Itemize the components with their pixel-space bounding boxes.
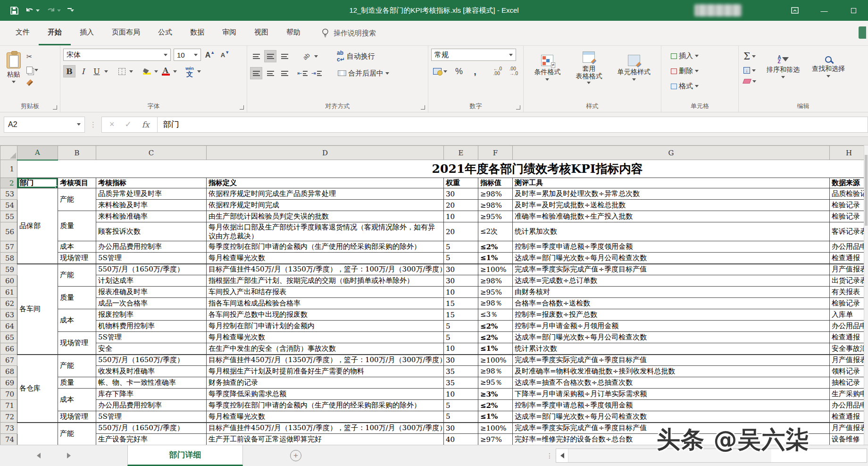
item-cell[interactable]: 现场管理	[58, 253, 96, 264]
paste-dropdown-icon[interactable]	[12, 81, 16, 83]
source-cell[interactable]: 出货记录表	[830, 275, 868, 287]
ribbon-tab-文件[interactable]: 文件	[7, 21, 39, 45]
sheet-tab-active[interactable]: 部门详细	[127, 445, 243, 466]
indicator-cell[interactable]: 办公用品费用控制率	[96, 400, 207, 411]
target-cell[interactable]: ≤1%	[478, 411, 513, 423]
indicator-cell[interactable]: 5S管理	[96, 332, 207, 343]
row-header-69[interactable]: 69	[0, 377, 17, 389]
target-cell[interactable]: ≥100%	[478, 423, 513, 434]
weight-cell[interactable]: 30	[444, 355, 478, 366]
target-cell[interactable]: ≥95％	[478, 377, 513, 389]
column-header-A[interactable]: A	[17, 146, 58, 160]
decrease-indent-button[interactable]: ⇤	[296, 67, 309, 79]
percent-style-button[interactable]: %	[453, 65, 465, 77]
tool-cell[interactable]: 控制率=季度申请总额÷季度领用金额	[513, 241, 830, 253]
save-icon[interactable]	[10, 7, 18, 15]
tool-cell[interactable]: 完成率=季度实际完成产值÷季度目标产值	[513, 264, 830, 275]
column-header-E[interactable]: E	[444, 146, 478, 160]
align-left-button[interactable]	[250, 67, 262, 79]
share-button-partial[interactable]	[859, 26, 866, 39]
insert-function-icon[interactable]: fx	[142, 120, 150, 129]
definition-cell[interactable]: 指各车间送检成品检验合格率	[207, 298, 444, 309]
select-all-corner[interactable]	[0, 146, 17, 160]
maximize-restore-button[interactable]	[839, 0, 868, 21]
orientation-button[interactable]: ab	[300, 50, 312, 62]
indicator-cell[interactable]: 550万/月（1650万/季度）	[96, 264, 207, 275]
fill-button[interactable]: ↓	[742, 66, 758, 75]
source-cell[interactable]: 检验记录	[830, 298, 868, 309]
ribbon-tab-数据[interactable]: 数据	[181, 21, 213, 45]
definition-cell[interactable]: 各车间投产总数中出现的报废数	[207, 309, 444, 321]
font-color-dropdown-icon[interactable]	[173, 70, 177, 73]
target-cell[interactable]: ≤2次	[478, 222, 513, 241]
selected-cell-A2[interactable]: 部门	[17, 178, 58, 188]
item-cell[interactable]: 质量	[58, 211, 96, 241]
align-right-button[interactable]	[278, 67, 291, 79]
indicator-cell[interactable]: 报废控制率	[96, 309, 207, 321]
find-select-button[interactable]: 查找和选择	[808, 49, 849, 85]
weight-cell[interactable]: 40	[444, 434, 478, 445]
alignment-dialog-launcher-icon[interactable]	[421, 105, 425, 110]
row-header-60[interactable]: 60	[0, 275, 17, 287]
undo-dropdown-icon[interactable]	[36, 9, 40, 12]
column-header-B[interactable]: B	[58, 146, 96, 160]
indicator-cell[interactable]: 来料检验准确率	[96, 211, 207, 222]
wrap-text-button[interactable]: abc↵ 自动换行	[335, 49, 377, 64]
vertical-scrollbar-thumb[interactable]	[865, 155, 868, 226]
phonetic-dropdown-icon[interactable]	[197, 70, 201, 73]
align-top-button[interactable]	[250, 50, 262, 62]
target-cell[interactable]: ≥100%	[478, 264, 513, 275]
ribbon-display-options-button[interactable]	[780, 0, 810, 21]
number-format-select[interactable]: 常规	[431, 49, 516, 61]
source-cell[interactable]: 安全事故汇	[830, 343, 868, 355]
definition-cell[interactable]: 依据程序规定时间完成生产品质异常处理	[207, 188, 444, 200]
tool-cell[interactable]: 准确率=检验准确批数÷生产投入批数	[513, 211, 830, 222]
definition-cell[interactable]: 指根据生产部生产计划、按期完成的交期（临时插单或补单除外）	[207, 275, 444, 287]
definition-cell[interactable]: 目标产值挂件450万/月（1350万/季度），篮子：100万/月（300万/季度…	[207, 423, 444, 434]
item-cell[interactable]: 成本	[58, 309, 96, 332]
ribbon-tab-页面布局[interactable]: 页面布局	[103, 21, 149, 45]
weight-cell[interactable]: 5	[444, 411, 478, 423]
tool-cell[interactable]: 达成率=抽查不合格次数÷总抽查次数	[513, 377, 830, 389]
row-header-73[interactable]: 73	[0, 423, 17, 434]
next-sheet-icon[interactable]	[67, 453, 71, 458]
row-header-2[interactable]: 2	[0, 178, 17, 188]
source-cell[interactable]: 检验记录	[830, 211, 868, 222]
header-cell-权重[interactable]: 权重	[444, 178, 478, 188]
name-box[interactable]: A2	[4, 117, 85, 133]
align-bottom-button[interactable]	[278, 50, 291, 62]
indicator-cell[interactable]: 收发料及时准确率	[96, 366, 207, 377]
column-header-F[interactable]: F	[478, 146, 513, 160]
source-cell[interactable]: 生产采购申	[830, 389, 868, 400]
tool-cell[interactable]: 统计累计次数	[513, 343, 830, 355]
definition-cell[interactable]: 依据程序规定时间完成	[207, 200, 444, 211]
tool-cell[interactable]: 合格率=合格数÷送检数	[513, 298, 830, 309]
redo-button[interactable]	[46, 7, 61, 15]
formula-input[interactable]: 部门	[158, 117, 868, 133]
item-cell[interactable]: 成本	[58, 389, 96, 411]
tool-cell[interactable]: 达成率=部门曝光次数÷每月公司检查次数	[513, 332, 830, 343]
definition-cell[interactable]: 生产开工前设备可正常运做即算完好	[207, 434, 444, 445]
definition-cell[interactable]: 目标产值挂件450万/月（1350万/季度），篮子：100万/月（300万/季度…	[207, 355, 444, 366]
weight-cell[interactable]: 30	[444, 275, 478, 287]
tool-cell[interactable]: 及时率=累加及时处理次数÷异常总次数	[513, 188, 830, 200]
row-header-61[interactable]: 61	[0, 287, 17, 298]
tool-cell[interactable]: 控制率=报废数÷投产总数	[513, 309, 830, 321]
definition-cell[interactable]: 每月检查曝光次数	[207, 253, 444, 264]
align-middle-button[interactable]	[264, 50, 276, 62]
source-cell[interactable]: 有关报表	[830, 287, 868, 298]
indicator-cell[interactable]: 计划达成率	[96, 275, 207, 287]
indicator-cell[interactable]: 成品一次合格率	[96, 298, 207, 309]
weight-cell[interactable]: 15	[444, 309, 478, 321]
name-box-dropdown-icon[interactable]	[77, 123, 81, 126]
weight-cell[interactable]: 30	[444, 264, 478, 275]
row-header-55[interactable]: 55	[0, 211, 17, 222]
decrease-font-button[interactable]: A▼	[219, 49, 231, 61]
ribbon-tab-公式[interactable]: 公式	[149, 21, 181, 45]
indicator-cell[interactable]: 品质异常处理及时率	[96, 188, 207, 200]
target-cell[interactable]: ≤2%	[478, 400, 513, 411]
autosum-button[interactable]: Σ	[742, 50, 758, 63]
source-cell[interactable]: 检查通报	[830, 332, 868, 343]
comma-style-button[interactable]: ,	[469, 65, 481, 77]
row-header-53[interactable]: 53	[0, 188, 17, 200]
